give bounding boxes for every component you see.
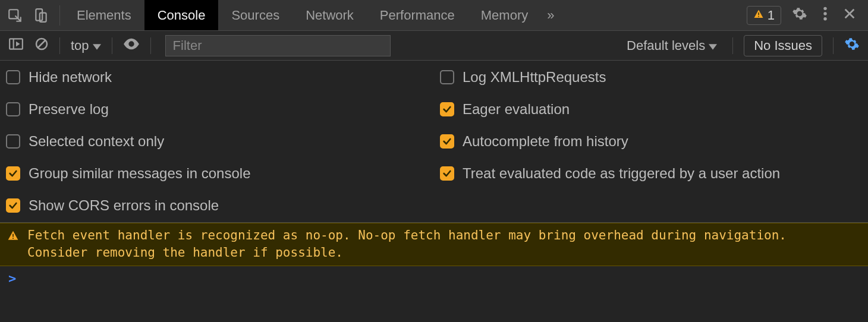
console-toolbar: top Default levels No Issues bbox=[0, 31, 868, 61]
console-warning-message[interactable]: Fetch event handler is recognized as no-… bbox=[0, 223, 868, 266]
divider bbox=[112, 37, 112, 54]
setting-row: Eager evaluation bbox=[440, 101, 862, 118]
setting-label: Log XMLHttpRequests bbox=[463, 69, 606, 86]
console-settings-gear-icon[interactable] bbox=[844, 36, 860, 55]
setting-row: Log XMLHttpRequests bbox=[440, 69, 862, 86]
divider bbox=[150, 37, 151, 54]
checkbox[interactable] bbox=[440, 70, 454, 84]
setting-row: Treat evaluated code as triggered by a u… bbox=[440, 165, 862, 182]
inspect-icon[interactable] bbox=[7, 8, 23, 23]
setting-label: Hide network bbox=[29, 69, 112, 86]
tab-elements[interactable]: Elements bbox=[64, 0, 144, 30]
divider bbox=[833, 37, 834, 54]
checkbox[interactable] bbox=[6, 102, 20, 116]
setting-label: Preserve log bbox=[29, 101, 109, 118]
kebab-menu-icon[interactable] bbox=[823, 6, 828, 25]
divider bbox=[732, 37, 733, 54]
setting-label: Show CORS errors in console bbox=[29, 197, 219, 214]
svg-point-6 bbox=[823, 12, 826, 15]
setting-row: Hide network bbox=[6, 69, 428, 86]
setting-label: Autocomplete from history bbox=[463, 133, 628, 150]
svg-rect-4 bbox=[758, 16, 759, 17]
svg-rect-3 bbox=[758, 12, 759, 15]
devtools-tab-bar: Elements Console Sources Network Perform… bbox=[0, 0, 868, 31]
warnings-badge[interactable]: 1 bbox=[747, 6, 781, 25]
setting-label: Group similar messages in console bbox=[29, 165, 251, 182]
checkbox[interactable] bbox=[6, 166, 20, 181]
device-toggle-icon[interactable] bbox=[33, 8, 49, 23]
top-right-icons bbox=[792, 6, 868, 25]
setting-label: Treat evaluated code as triggered by a u… bbox=[463, 165, 780, 182]
chevron-down-icon bbox=[709, 38, 717, 53]
gear-icon[interactable] bbox=[792, 6, 807, 25]
checkbox[interactable] bbox=[6, 198, 20, 213]
log-levels-label: Default levels bbox=[627, 38, 705, 53]
tab-sources[interactable]: Sources bbox=[218, 0, 293, 30]
tabs-overflow-icon[interactable]: » bbox=[541, 8, 560, 23]
checkbox[interactable] bbox=[6, 70, 20, 84]
setting-row: Selected context only bbox=[6, 133, 428, 150]
console-settings-panel: Hide networkPreserve logSelected context… bbox=[0, 61, 868, 223]
context-dropdown[interactable]: top bbox=[71, 38, 101, 53]
tab-network[interactable]: Network bbox=[293, 0, 367, 30]
settings-column-left: Hide networkPreserve logSelected context… bbox=[6, 69, 428, 214]
setting-row: Autocomplete from history bbox=[440, 133, 862, 150]
chevron-down-icon bbox=[93, 38, 101, 53]
setting-row: Group similar messages in console bbox=[6, 165, 428, 182]
settings-column-right: Log XMLHttpRequestsEager evaluationAutoc… bbox=[440, 69, 862, 214]
divider bbox=[59, 37, 60, 54]
context-label: top bbox=[71, 38, 89, 53]
top-left-icons bbox=[0, 8, 56, 23]
divider bbox=[59, 5, 60, 26]
clear-console-icon[interactable] bbox=[34, 37, 49, 55]
svg-rect-11 bbox=[12, 238, 14, 239]
checkbox[interactable] bbox=[440, 166, 454, 181]
setting-row: Preserve log bbox=[6, 101, 428, 118]
setting-label: Selected context only bbox=[29, 133, 164, 150]
issues-button[interactable]: No Issues bbox=[744, 35, 822, 56]
checkbox[interactable] bbox=[440, 102, 454, 116]
tab-performance[interactable]: Performance bbox=[367, 0, 468, 30]
svg-point-7 bbox=[823, 17, 826, 20]
console-prompt[interactable]: > bbox=[0, 266, 868, 291]
filter-input[interactable] bbox=[165, 35, 391, 56]
eye-icon[interactable] bbox=[123, 38, 140, 53]
tab-console[interactable]: Console bbox=[144, 0, 219, 30]
tab-memory[interactable]: Memory bbox=[468, 0, 541, 30]
checkbox[interactable] bbox=[440, 134, 454, 149]
warnings-count: 1 bbox=[768, 8, 775, 23]
log-levels-dropdown[interactable]: Default levels bbox=[622, 38, 722, 53]
setting-row: Show CORS errors in console bbox=[6, 197, 428, 214]
toggle-sidebar-icon[interactable] bbox=[8, 37, 24, 54]
svg-rect-10 bbox=[12, 234, 14, 237]
warning-triangle-icon bbox=[753, 8, 764, 23]
svg-point-5 bbox=[823, 7, 826, 10]
warning-text: Fetch event handler is recognized as no-… bbox=[27, 227, 830, 262]
setting-label: Eager evaluation bbox=[463, 101, 570, 118]
checkbox[interactable] bbox=[6, 134, 20, 149]
prompt-chevron-icon: > bbox=[8, 271, 16, 286]
close-icon[interactable] bbox=[843, 7, 856, 24]
warning-triangle-icon bbox=[7, 229, 19, 247]
